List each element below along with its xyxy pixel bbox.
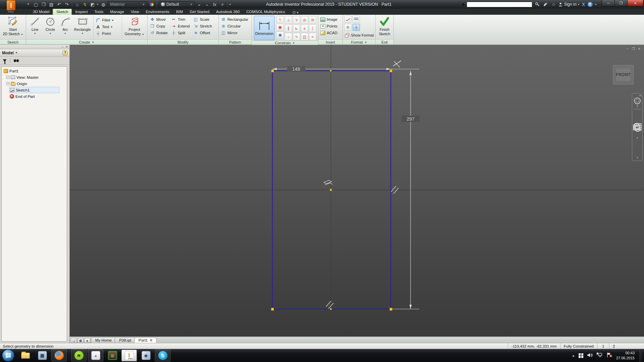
window-close-button[interactable]: ✕ [628,0,643,6]
circle-button[interactable]: Circle▼ [43,15,58,40]
cascade-windows-button[interactable]: ❏ [71,338,77,343]
taskbar-photo-button[interactable]: ◫ [105,350,120,361]
search-key-icon[interactable] [534,1,540,8]
filter-icon[interactable] [3,59,7,62]
tab-manage[interactable]: Manage [107,9,127,15]
start-2d-sketch-button[interactable]: Start 2D Sketch ▼ [2,15,24,40]
text-button[interactable]: A Text▼ [95,23,120,30]
offset-button[interactable]: ≋Offset [193,29,213,36]
panel-label-exit[interactable]: Exit [376,40,393,45]
taskbar-explorer-button[interactable] [18,350,33,361]
select-dropdown-arrow[interactable]: ▼ [96,3,99,6]
insert-acad-button[interactable]: ACAD [320,29,338,36]
taskbar-skype-button[interactable]: S [155,350,170,361]
exchange-apps-button[interactable]: X [582,2,585,7]
taskbar-3d-viewer-button[interactable]: ◈ [138,350,154,361]
center-point-button[interactable]: ┼ [353,24,360,31]
tangent-constraint-button[interactable]: ○ [285,33,292,41]
fillet-button[interactable]: Fillet▼ [95,17,120,23]
circular-pattern-button[interactable]: ⊛Circular [220,23,249,29]
taskbar-firefox-button[interactable] [51,350,67,361]
panel-label-sketch[interactable]: Sketch [0,40,26,45]
appearance-dropdown[interactable]: Default ▼ [159,1,195,7]
perpendicular-constraint-button[interactable]: ⊾ [293,24,300,32]
open-button[interactable]: ❒ [40,1,47,8]
tab-environments[interactable]: Environments [143,9,173,15]
insert-image-button[interactable]: Image [320,16,338,23]
move-button[interactable]: ✥Move [149,16,168,23]
help-caret[interactable]: ▼ [594,3,597,6]
tab-tools[interactable]: Tools [91,9,107,15]
auto-dimension-button[interactable]: ↯ [276,16,284,23]
color-wheel-button[interactable] [148,1,155,8]
arc-button[interactable]: Arc▼ [58,15,72,40]
finish-sketch-button[interactable]: Finish Sketch [378,15,391,40]
clear-appearance-button[interactable]: ◒ [204,1,210,8]
point-button[interactable]: ┼ Point [95,30,120,37]
width-dimension-value[interactable]: 148 [292,66,300,72]
volume-icon[interactable] [587,353,593,359]
tab-bim[interactable]: BIM [173,9,186,15]
window-minimize-button[interactable]: ─ [602,0,615,6]
tab-get-started[interactable]: Get Started [186,9,213,15]
rotate-button[interactable]: ↺Rotate [149,29,168,36]
panel-expand-arrow[interactable] [463,3,465,6]
favorites-star-icon[interactable]: ☆ [550,1,556,8]
tab-view[interactable]: View [127,9,143,15]
material-browser-button[interactable]: ◍ [100,1,107,8]
taskbar-paint-button[interactable]: ◕ [88,350,103,361]
scale-button[interactable]: ◱Scale [193,16,213,23]
expand-plus-icon[interactable]: + [6,76,9,79]
vertical-constraint-button[interactable]: ∣ [309,24,316,32]
add-command-button[interactable]: ✛ [219,1,226,8]
tab-comsol[interactable]: COMSOL Multiphysics [243,9,288,15]
inventor-logo[interactable]: I PRO [1,0,21,14]
window-restore-button[interactable]: ❐ [615,0,628,6]
constraint-settings-button[interactable]: ▣ [276,24,284,31]
collinear-constraint-button[interactable]: ⋎ [293,16,300,24]
browser-minimize-icon[interactable]: ─ [61,45,63,49]
document-minimize-button[interactable]: ─ [627,47,629,51]
taskbar-spotify-button[interactable]: ≋ [71,350,87,361]
show-format-button[interactable]: Show Format [344,32,374,39]
action-center-flag-icon[interactable] [606,352,612,359]
ribbon-display-camera-icon[interactable]: ⏣ ▾ [292,10,299,15]
tab-3d-model[interactable]: 3D Model [30,9,53,15]
communication-center-icon[interactable] [542,1,548,8]
select-tool-button[interactable]: ◩ [89,1,96,8]
panel-label-pattern[interactable]: Pattern [219,40,252,45]
parallel-constraint-button[interactable]: ∥ [285,24,292,32]
doc-tab-close-icon[interactable]: ⊠ [150,339,153,342]
document-restore-button[interactable]: ❐ [632,47,635,51]
panel-label-modify[interactable]: Modify [148,40,218,45]
smooth-constraint-button[interactable]: ∿ [293,33,300,41]
dimension-button[interactable]: Dimension [254,16,275,40]
show-constraints-button[interactable]: ▣ [276,32,284,39]
qat-overflow-button[interactable]: ▼ [229,3,231,6]
get-windows-icon[interactable] [579,353,583,358]
parameters-fx-button[interactable]: fx [211,1,218,8]
concentric-constraint-button[interactable]: ◎ [301,16,308,24]
view-cube[interactable]: FRONT [613,65,634,84]
start-button[interactable] [2,349,14,362]
line-button[interactable]: Line▼ [28,15,43,40]
tree-item-view-master[interactable]: + View: Master [6,74,67,80]
document-close-button[interactable]: ✕ [638,47,641,51]
tab-sketch[interactable]: Sketch [53,9,72,15]
copy-button[interactable]: ❐Copy [149,23,168,29]
sweep-lightning-button[interactable]: ↯ [82,1,88,8]
search-input[interactable] [467,2,532,7]
doc-tab-my-home[interactable]: My Home [91,337,116,343]
fix-constraint-button[interactable]: ⊠ [309,16,316,24]
sketch-viewport[interactable]: 148 297 [70,45,644,337]
tree-item-origin[interactable]: + Origin [6,80,67,87]
undo-button[interactable]: ↶ [56,1,62,8]
graphics-window[interactable]: 148 297 ─ ❐ ✕ F [70,45,644,337]
find-binoculars-icon[interactable] [14,59,16,62]
driven-dimension-button[interactable]: HxH [353,16,360,23]
taskbar-clock[interactable]: 00:43 27.06.2015 [616,351,636,360]
doc-tab-part1[interactable]: Part1⊠ [134,337,157,343]
rectangle-button[interactable]: Rectangle▼ [72,15,92,40]
redo-button[interactable]: ↷ [63,1,70,8]
centerline-button[interactable]: ⊜ [344,24,352,31]
